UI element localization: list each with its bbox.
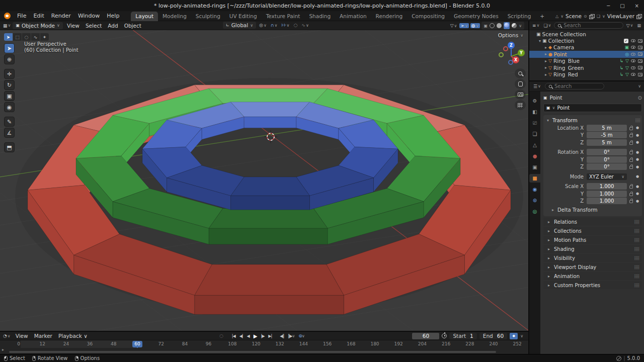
- editor-type-icon[interactable]: ▦∨: [2, 23, 12, 28]
- transform-value-field[interactable]: 0°: [587, 149, 627, 155]
- next-keyframe-button[interactable]: |▶: [259, 333, 266, 339]
- viewport-canvas[interactable]: [0, 30, 528, 331]
- gizmo-neg-x-axis[interactable]: [503, 46, 508, 51]
- timeline-menu-playback[interactable]: Playback ∨: [55, 332, 91, 339]
- properties-tab-tool[interactable]: ⚙: [530, 97, 540, 105]
- visibility-filter-icon[interactable]: ▽∨: [449, 23, 458, 28]
- scene-selector[interactable]: △ ∨ Scene ⊙: [555, 13, 594, 19]
- properties-tab-scene[interactable]: △: [530, 141, 540, 149]
- new-collection-icon[interactable]: ⊞: [636, 23, 642, 28]
- outliner-row-point[interactable]: ▸●Point◎: [529, 51, 644, 57]
- visibility-eye-icon[interactable]: [631, 73, 635, 76]
- delta-transform-panel[interactable]: ▸ Delta Transform: [550, 206, 640, 213]
- camera-view-icon[interactable]: [515, 89, 526, 100]
- channels-expand-icon[interactable]: ▸: [2, 347, 4, 352]
- prev-keyframe-button[interactable]: ◀|: [238, 333, 245, 339]
- panel-shading[interactable]: ▸Shading⣿⣿: [543, 245, 642, 253]
- lock-icon[interactable]: [629, 200, 633, 203]
- select-mode-tweak-icon[interactable]: ➤: [4, 33, 13, 41]
- maximize-button[interactable]: □: [620, 3, 624, 9]
- select-mode-circle-icon[interactable]: ◌: [22, 33, 31, 41]
- blender-logo-icon[interactable]: [4, 13, 11, 19]
- step-back-button[interactable]: ◀‖: [278, 333, 285, 339]
- properties-tab-world[interactable]: ●: [530, 152, 540, 160]
- zoom-view-icon[interactable]: [515, 68, 526, 78]
- properties-editor-type-icon[interactable]: ☰∨: [532, 84, 542, 89]
- tool-move-button[interactable]: ✛: [4, 69, 15, 79]
- select-mode-box-icon[interactable]: ⬚: [13, 33, 22, 41]
- drag-handle-icon[interactable]: ⣿⣿: [634, 220, 639, 224]
- frame-end-field[interactable]: End60: [479, 333, 507, 339]
- tab-rendering[interactable]: Rendering: [371, 12, 408, 21]
- transform-value-field[interactable]: 0°: [587, 156, 627, 163]
- animate-dot-icon[interactable]: ●: [635, 140, 640, 144]
- lock-icon[interactable]: [629, 193, 633, 196]
- shading-material-icon[interactable]: [504, 22, 510, 29]
- transform-value-field[interactable]: 1.000: [587, 183, 627, 190]
- timeline-scrollbar[interactable]: [9, 351, 496, 353]
- tool-select-button[interactable]: ➤: [4, 43, 15, 53]
- gizmo-y-axis[interactable]: Y: [518, 49, 525, 56]
- new-viewlayer-icon[interactable]: [636, 14, 641, 19]
- shading-solid-icon[interactable]: [497, 23, 502, 28]
- render-camera-icon[interactable]: [638, 59, 642, 63]
- stopwatch-icon[interactable]: [442, 333, 447, 338]
- menu-render[interactable]: Render: [48, 12, 74, 20]
- ortho-toggle-icon[interactable]: [515, 100, 526, 110]
- render-camera-icon[interactable]: [638, 46, 642, 49]
- falloff-icon[interactable]: ∿∨: [300, 23, 309, 28]
- pivot-point-icon[interactable]: ◎∨: [258, 23, 268, 28]
- viewport-menu-add[interactable]: Add: [105, 22, 121, 29]
- animate-dot-icon[interactable]: ●: [635, 126, 640, 130]
- drag-handle-icon[interactable]: ⣿⣿: [634, 229, 639, 233]
- navigation-gizmo[interactable]: Z Y X: [495, 39, 527, 71]
- lock-icon[interactable]: [629, 134, 633, 137]
- panel-custom-properties[interactable]: ▸Custom Properties⣿⣿: [543, 281, 642, 289]
- render-camera-icon[interactable]: [638, 52, 642, 56]
- add-workspace-button[interactable]: +: [535, 12, 549, 21]
- jump-start-button[interactable]: |◀: [230, 333, 237, 339]
- transform-value-field[interactable]: 5 m: [587, 139, 627, 146]
- menu-help[interactable]: Help: [103, 12, 123, 20]
- tool-add-cube-button[interactable]: ⬒: [4, 142, 15, 152]
- show-gizmo-icon[interactable]: ➢∨: [459, 23, 468, 28]
- step-forward-button[interactable]: ‖▶∨: [286, 333, 296, 339]
- keying-set-icon[interactable]: ◆: [510, 333, 518, 339]
- viewport-menu-object[interactable]: Object: [121, 22, 144, 29]
- tab-modeling[interactable]: Modeling: [158, 12, 191, 21]
- menu-edit[interactable]: Edit: [30, 12, 47, 20]
- panel-motion-paths[interactable]: ▸Motion Paths⣿⣿: [543, 236, 642, 244]
- tab-texture-paint[interactable]: Texture Paint: [262, 12, 305, 21]
- tab-animation[interactable]: Animation: [335, 12, 371, 21]
- render-camera-icon[interactable]: [638, 39, 642, 43]
- outliner-filter-obj-icon[interactable]: ❏∨: [542, 23, 552, 28]
- lock-icon[interactable]: [629, 127, 633, 130]
- auto-keying-icon[interactable]: ⊚∨: [297, 333, 305, 339]
- visibility-eye-icon[interactable]: [631, 46, 635, 49]
- tool-rotate-button[interactable]: ↻: [4, 80, 15, 90]
- properties-options-icon[interactable]: ∨: [638, 84, 641, 88]
- gizmo-neg-z-axis[interactable]: [508, 60, 513, 65]
- panel-visibility[interactable]: ▸Visibility⣿⣿: [543, 254, 642, 262]
- tab-shading[interactable]: Shading: [304, 12, 335, 21]
- select-mode-paint-icon[interactable]: ✦: [40, 33, 49, 41]
- drag-handle-icon[interactable]: ⣿⣿: [635, 118, 640, 123]
- pin-icon[interactable]: ⊙: [584, 14, 587, 19]
- snap-target-icon[interactable]: ⊦⊦∨: [280, 23, 290, 28]
- toggle-xray-icon[interactable]: ▣: [484, 24, 488, 28]
- animate-dot-icon[interactable]: ●: [635, 185, 640, 189]
- orientation-selector[interactable]: ∟ Global ∨: [223, 22, 256, 29]
- visibility-eye-icon[interactable]: [631, 53, 635, 56]
- rotation-mode-select[interactable]: XYZ Euler∨: [587, 173, 627, 180]
- expand-arrow-icon[interactable]: ▸: [543, 52, 548, 56]
- drag-handle-icon[interactable]: ⣿⣿: [634, 238, 639, 242]
- show-overlays-icon[interactable]: ◍∨: [470, 23, 480, 28]
- transform-value-field[interactable]: 1.000: [587, 191, 627, 197]
- properties-tab-object[interactable]: ■: [529, 174, 540, 183]
- shading-wireframe-icon[interactable]: [490, 23, 495, 28]
- jump-end-button[interactable]: ▶|: [267, 333, 273, 339]
- properties-search-input[interactable]: Search: [545, 83, 604, 89]
- gizmo-z-axis[interactable]: Z: [508, 42, 515, 49]
- drag-handle-icon[interactable]: ⣿⣿: [634, 256, 639, 260]
- object-name-field[interactable]: ▣ ∨ Point: [543, 104, 642, 112]
